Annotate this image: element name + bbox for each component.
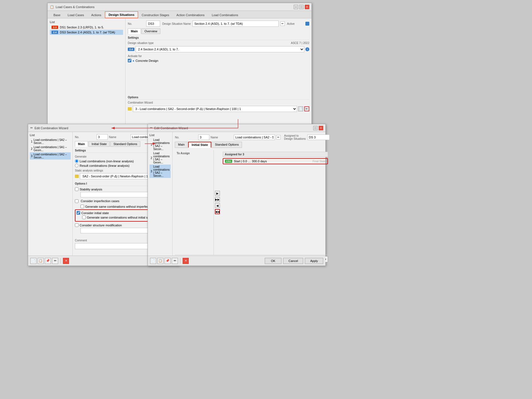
w1-structure-label: Consider structure modification [80,224,122,227]
w1-initial-state-checkbox[interactable] [77,211,80,215]
w1-tab-main[interactable]: Main [75,141,88,147]
inner-tab-overview[interactable]: Overview [141,28,160,34]
name-field[interactable] [192,21,279,27]
w2-arrow-left-all-btn[interactable]: ◀◀ [215,209,220,214]
w2-tab-initial-state[interactable]: Initial State [188,142,211,148]
w1-gen-initial-label: Generate same combinations without initi… [87,216,153,219]
w2-bottom-toolbar: 📄 📋 📌 ✏ ✕ OK Cancel Apply [148,256,325,266]
wizard2-window: ✏ Edit Combination Wizard □ ✕ List 1 Loa… [148,124,326,266]
active-checkbox[interactable] [305,22,309,26]
w2-item1-num: 1 [151,143,152,146]
tab-base[interactable]: Base [50,12,64,18]
no-field[interactable] [146,21,160,27]
apply-btn[interactable]: Apply [305,258,323,264]
cs-badge: CS1 [225,160,232,163]
wizard2-content: List 1 Load combinations | SA2 – Secon..… [148,132,325,266]
w1-radio1-input[interactable] [75,159,79,163]
w1-gen-initial-checkbox[interactable] [82,216,86,219]
w1-delete-btn[interactable]: ✕ [63,258,69,264]
w1-edit-btn[interactable]: ✏ [52,258,58,264]
w2-assigned-item[interactable]: CS1 Start | 0.0 … 300.0 days Final State [223,158,328,164]
design-situation-type-row: Design situation type ASCE 7 | 2022 [128,41,309,45]
w2-edit-icon[interactable]: ✏ [276,135,281,139]
active-label: Active [287,22,304,25]
w2-list-label: List [149,134,171,137]
inner-tab-main[interactable]: Main [128,28,141,34]
tab-load-combinations[interactable]: Load Combinations [208,12,242,18]
w1-item-2[interactable]: 2 Load combinations | SA1 – Geom... [30,145,71,152]
w1-radio2-input[interactable] [75,164,79,167]
w1-tab-standard-options[interactable]: Standard Options [110,141,140,147]
final-state-label: Final State [313,160,326,163]
info-icon: i [305,47,309,51]
type-standard: ASCE 7 | 2022 [291,41,309,45]
tab-actions[interactable]: Actions [88,12,105,18]
w1-imperfection-checkbox[interactable] [75,199,79,203]
dialog-buttons: OK Cancel Apply [265,258,323,264]
w1-stability-label: Stability analysis [80,188,102,191]
w2-new-btn[interactable]: 📄 [150,258,156,264]
w1-stability-checkbox[interactable] [75,187,79,191]
w2-item-1[interactable]: 1 Load combinations | SA2 – Secon... [149,138,171,151]
w2-item2-text: Load combinations | SA1 – Geom... [153,152,170,164]
ds1-badge: 2.3 [52,26,58,29]
w1-item-3[interactable]: 3 Load combinations | SA2 – Secon... [30,152,71,160]
w1-new-btn[interactable]: 📄 [30,258,36,264]
w2-assigned-field[interactable] [307,134,330,140]
combination-wizard-select[interactable]: 3 - Load combinations | SA2 - Second-ord… [133,106,297,112]
w2-copy-btn[interactable]: 📋 [157,258,163,264]
w2-delete-btn[interactable]: ✕ [183,258,189,264]
w1-divider [60,258,61,264]
w1-copy-btn2[interactable]: 📋 [38,258,44,264]
main-tab-bar: Base Load Cases Actions Design Situation… [48,11,312,18]
tab-design-situations[interactable]: Design Situations [105,11,138,18]
wizard1-title-text: ✏ Edit Combination Wizard [30,126,68,130]
edit-icon[interactable]: ✏ [280,21,285,26]
ds-list-item-1[interactable]: 2.3 DS1 Section 2.3 (LRFD), 1. to 5. [50,25,123,30]
w2-assigned-label: Assigned to Design Situations [284,134,306,140]
w2-item3-num: 3 [151,170,152,173]
w2-restore-btn[interactable]: □ [313,126,318,130]
type-select[interactable]: 2.4 Section 2.4 (ASD), 1. to 7. [136,46,304,52]
restore-btn[interactable]: □ [299,5,304,9]
w1-item3-num: 3 [31,155,33,158]
concrete-design-option: ● Concrete Design [128,59,309,62]
tab-construction-stages[interactable]: Construction Stages [138,12,173,18]
w2-close-btn[interactable]: ✕ [319,126,323,130]
combination-edit-btn[interactable]: ✏ [304,106,309,111]
close-btn[interactable]: ✕ [305,5,309,9]
ds-list-item-2[interactable]: 2.4 DS3 Section 2.4 (ASD), 1. to 7. (w/ … [50,30,123,35]
w2-item-3[interactable]: 3 Load combinations | SA2 – Secon... [149,165,171,178]
w2-no-field[interactable] [198,134,209,140]
ds-options: Options Combination Wizard 3 - Load comb… [128,96,309,112]
w1-item-1[interactable]: 1 Load combinations | SA2 – Secon... [30,138,71,145]
w2-paste-btn[interactable]: 📌 [165,258,171,264]
w2-arrow-right-all-btn[interactable]: ▶▶ [215,197,220,202]
w1-no-field[interactable] [97,134,108,140]
w2-name-field[interactable] [234,134,275,140]
cancel-btn[interactable]: Cancel [283,258,303,264]
w1-radio1-label: Load combinations (non-linear analysis) [80,160,134,163]
w2-item-2[interactable]: 2 Load combinations | SA1 – Geom... [149,151,171,165]
concrete-design-checkbox[interactable] [128,59,131,62]
w2-tab-main[interactable]: Main [175,142,188,148]
tab-load-cases[interactable]: Load Cases [64,12,88,18]
w1-gen-imperfection-checkbox[interactable] [80,205,84,208]
type-select-row: 2.4 2.4 Section 2.4 (ASD), 1. to 7. i [128,46,309,52]
combination-copy-btn[interactable]: 📄 [298,106,303,111]
ds-right-panel: No. Design Situation Name ✏ Active Main … [126,18,312,126]
w1-imperfection-label: Consider imperfection cases [81,199,119,203]
w2-arrow-right-btn[interactable]: ▶ [215,191,220,196]
wizard2-right: No. Name ✏ Assigned to Design Situations… [173,132,332,266]
wizard2-list: List 1 Load combinations | SA2 – Secon..… [148,132,173,266]
w2-edit-btn[interactable]: ✏ [172,258,178,264]
w2-tab-standard-options[interactable]: Standard Options [212,142,242,148]
w1-item1-text: Load combinations | SA2 – Secon... [34,138,70,145]
w2-arrow-left-btn[interactable]: ◀ [215,203,220,208]
minimize-btn[interactable]: ─ [294,5,298,9]
w1-paste-btn[interactable]: 📌 [45,258,51,264]
ok-btn[interactable]: OK [265,258,281,264]
tab-action-combinations[interactable]: Action Combinations [173,12,208,18]
w1-structure-checkbox[interactable] [75,223,79,227]
w1-tab-initial-state[interactable]: Initial State [89,141,110,147]
